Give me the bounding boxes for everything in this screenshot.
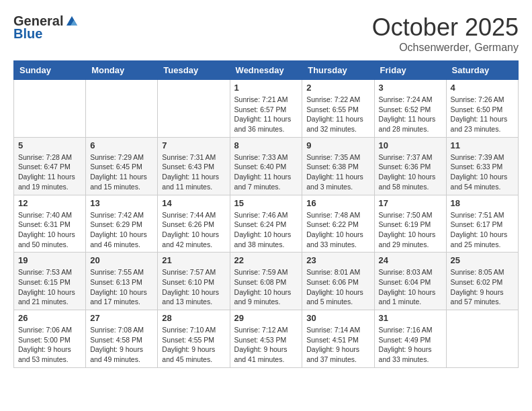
calendar-cell: 25Sunrise: 8:05 AM Sunset: 6:02 PM Dayli… xyxy=(446,253,518,310)
day-info: Sunrise: 7:21 AM Sunset: 6:57 PM Dayligh… xyxy=(234,95,298,134)
day-info: Sunrise: 7:26 AM Sunset: 6:50 PM Dayligh… xyxy=(451,95,514,134)
calendar-cell: 29Sunrise: 7:12 AM Sunset: 4:53 PM Dayli… xyxy=(230,310,302,368)
calendar-cell: 2Sunrise: 7:22 AM Sunset: 6:55 PM Daylig… xyxy=(302,80,374,138)
calendar-cell: 1Sunrise: 7:21 AM Sunset: 6:57 PM Daylig… xyxy=(230,80,302,138)
day-info: Sunrise: 7:50 AM Sunset: 6:19 PM Dayligh… xyxy=(379,210,442,250)
day-number: 10 xyxy=(379,140,442,150)
day-info: Sunrise: 7:40 AM Sunset: 6:31 PM Dayligh… xyxy=(18,210,81,250)
day-number: 9 xyxy=(306,140,369,150)
location-subtitle: Ochsenwerder, Germany xyxy=(372,42,519,54)
calendar-cell: 9Sunrise: 7:35 AM Sunset: 6:38 PM Daylig… xyxy=(302,137,374,195)
calendar-cell: 26Sunrise: 7:06 AM Sunset: 5:00 PM Dayli… xyxy=(14,310,86,368)
day-number: 15 xyxy=(234,198,298,208)
logo-blue-text: Blue xyxy=(13,26,42,42)
logo: General Blue xyxy=(13,13,79,42)
day-number: 27 xyxy=(90,313,153,323)
calendar-cell: 5Sunrise: 7:28 AM Sunset: 6:47 PM Daylig… xyxy=(14,137,86,195)
column-header-wednesday: Wednesday xyxy=(230,61,302,80)
day-info: Sunrise: 7:24 AM Sunset: 6:52 PM Dayligh… xyxy=(379,95,442,134)
month-title: October 2025 xyxy=(372,13,519,42)
day-info: Sunrise: 7:39 AM Sunset: 6:33 PM Dayligh… xyxy=(451,152,514,192)
day-number: 30 xyxy=(306,313,369,323)
column-header-saturday: Saturday xyxy=(446,61,518,80)
day-number: 6 xyxy=(90,140,153,150)
calendar-cell: 10Sunrise: 7:37 AM Sunset: 6:36 PM Dayli… xyxy=(374,137,446,195)
day-info: Sunrise: 7:48 AM Sunset: 6:22 PM Dayligh… xyxy=(306,210,369,250)
calendar-cell xyxy=(86,80,158,138)
calendar-cell: 27Sunrise: 7:08 AM Sunset: 4:58 PM Dayli… xyxy=(86,310,158,368)
column-header-tuesday: Tuesday xyxy=(158,61,230,80)
logo-icon xyxy=(65,15,79,28)
calendar-cell: 20Sunrise: 7:55 AM Sunset: 6:13 PM Dayli… xyxy=(86,253,158,310)
calendar-cell: 21Sunrise: 7:57 AM Sunset: 6:10 PM Dayli… xyxy=(158,253,230,310)
day-number: 13 xyxy=(90,198,153,208)
calendar-cell xyxy=(14,80,86,138)
calendar-cell: 4Sunrise: 7:26 AM Sunset: 6:50 PM Daylig… xyxy=(446,80,518,138)
day-info: Sunrise: 7:12 AM Sunset: 4:53 PM Dayligh… xyxy=(234,325,298,365)
day-info: Sunrise: 7:57 AM Sunset: 6:10 PM Dayligh… xyxy=(162,267,225,307)
day-number: 21 xyxy=(162,255,225,265)
day-info: Sunrise: 7:55 AM Sunset: 6:13 PM Dayligh… xyxy=(90,267,153,307)
title-block: October 2025 Ochsenwerder, Germany xyxy=(372,13,519,54)
day-number: 8 xyxy=(234,140,298,150)
calendar-cell: 13Sunrise: 7:42 AM Sunset: 6:29 PM Dayli… xyxy=(86,195,158,253)
calendar-cell: 7Sunrise: 7:31 AM Sunset: 6:43 PM Daylig… xyxy=(158,137,230,195)
day-info: Sunrise: 7:33 AM Sunset: 6:40 PM Dayligh… xyxy=(234,152,298,192)
day-info: Sunrise: 7:42 AM Sunset: 6:29 PM Dayligh… xyxy=(90,210,153,250)
calendar-cell: 8Sunrise: 7:33 AM Sunset: 6:40 PM Daylig… xyxy=(230,137,302,195)
day-info: Sunrise: 7:28 AM Sunset: 6:47 PM Dayligh… xyxy=(18,152,81,192)
day-number: 7 xyxy=(162,140,225,150)
day-number: 14 xyxy=(162,198,225,208)
day-info: Sunrise: 7:35 AM Sunset: 6:38 PM Dayligh… xyxy=(306,152,369,192)
column-header-sunday: Sunday xyxy=(14,61,86,80)
calendar-cell: 3Sunrise: 7:24 AM Sunset: 6:52 PM Daylig… xyxy=(374,80,446,138)
calendar-cell: 12Sunrise: 7:40 AM Sunset: 6:31 PM Dayli… xyxy=(14,195,86,253)
page-header: General Blue October 2025 Ochsenwerder, … xyxy=(13,13,519,54)
day-info: Sunrise: 8:05 AM Sunset: 6:02 PM Dayligh… xyxy=(451,267,514,307)
day-info: Sunrise: 7:51 AM Sunset: 6:17 PM Dayligh… xyxy=(451,210,514,250)
day-number: 24 xyxy=(379,255,442,265)
day-number: 29 xyxy=(234,313,298,323)
calendar-week-row: 1Sunrise: 7:21 AM Sunset: 6:57 PM Daylig… xyxy=(14,80,519,138)
day-number: 18 xyxy=(451,198,514,208)
day-info: Sunrise: 7:10 AM Sunset: 4:55 PM Dayligh… xyxy=(162,325,225,365)
calendar-cell: 30Sunrise: 7:14 AM Sunset: 4:51 PM Dayli… xyxy=(302,310,374,368)
day-info: Sunrise: 7:59 AM Sunset: 6:08 PM Dayligh… xyxy=(234,267,298,307)
column-header-monday: Monday xyxy=(86,61,158,80)
day-number: 17 xyxy=(379,198,442,208)
calendar-cell xyxy=(158,80,230,138)
day-info: Sunrise: 7:44 AM Sunset: 6:26 PM Dayligh… xyxy=(162,210,225,250)
day-number: 23 xyxy=(306,255,369,265)
calendar-cell: 22Sunrise: 7:59 AM Sunset: 6:08 PM Dayli… xyxy=(230,253,302,310)
calendar-cell: 24Sunrise: 8:03 AM Sunset: 6:04 PM Dayli… xyxy=(374,253,446,310)
day-info: Sunrise: 7:06 AM Sunset: 5:00 PM Dayligh… xyxy=(18,325,81,365)
calendar-cell: 28Sunrise: 7:10 AM Sunset: 4:55 PM Dayli… xyxy=(158,310,230,368)
calendar-cell: 31Sunrise: 7:16 AM Sunset: 4:49 PM Dayli… xyxy=(374,310,446,368)
calendar-week-row: 26Sunrise: 7:06 AM Sunset: 5:00 PM Dayli… xyxy=(14,310,519,368)
day-number: 19 xyxy=(18,255,81,265)
day-info: Sunrise: 7:31 AM Sunset: 6:43 PM Dayligh… xyxy=(162,152,225,192)
day-number: 3 xyxy=(379,83,442,93)
day-info: Sunrise: 7:29 AM Sunset: 6:45 PM Dayligh… xyxy=(90,152,153,192)
day-info: Sunrise: 7:46 AM Sunset: 6:24 PM Dayligh… xyxy=(234,210,298,250)
calendar-cell: 11Sunrise: 7:39 AM Sunset: 6:33 PM Dayli… xyxy=(446,137,518,195)
day-info: Sunrise: 7:16 AM Sunset: 4:49 PM Dayligh… xyxy=(379,325,442,365)
calendar-week-row: 19Sunrise: 7:53 AM Sunset: 6:15 PM Dayli… xyxy=(14,253,519,310)
day-info: Sunrise: 7:22 AM Sunset: 6:55 PM Dayligh… xyxy=(306,95,369,134)
day-number: 20 xyxy=(90,255,153,265)
calendar-header-row: SundayMondayTuesdayWednesdayThursdayFrid… xyxy=(14,61,519,80)
calendar-cell: 18Sunrise: 7:51 AM Sunset: 6:17 PM Dayli… xyxy=(446,195,518,253)
day-number: 11 xyxy=(451,140,514,150)
calendar-table: SundayMondayTuesdayWednesdayThursdayFrid… xyxy=(13,60,519,368)
day-info: Sunrise: 8:01 AM Sunset: 6:06 PM Dayligh… xyxy=(306,267,369,307)
day-number: 31 xyxy=(379,313,442,323)
calendar-cell: 23Sunrise: 8:01 AM Sunset: 6:06 PM Dayli… xyxy=(302,253,374,310)
calendar-cell: 19Sunrise: 7:53 AM Sunset: 6:15 PM Dayli… xyxy=(14,253,86,310)
calendar-cell: 17Sunrise: 7:50 AM Sunset: 6:19 PM Dayli… xyxy=(374,195,446,253)
column-header-friday: Friday xyxy=(374,61,446,80)
calendar-cell: 6Sunrise: 7:29 AM Sunset: 6:45 PM Daylig… xyxy=(86,137,158,195)
calendar-cell: 15Sunrise: 7:46 AM Sunset: 6:24 PM Dayli… xyxy=(230,195,302,253)
day-info: Sunrise: 7:53 AM Sunset: 6:15 PM Dayligh… xyxy=(18,267,81,307)
day-number: 1 xyxy=(234,83,298,93)
calendar-cell: 16Sunrise: 7:48 AM Sunset: 6:22 PM Dayli… xyxy=(302,195,374,253)
